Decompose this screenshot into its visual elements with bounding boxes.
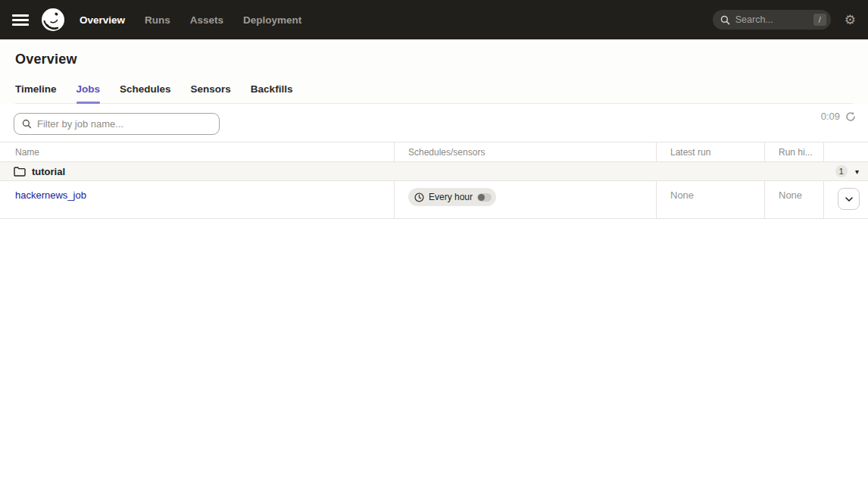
- schedule-chip-label: Every hour: [429, 192, 473, 202]
- search-icon: [720, 15, 730, 25]
- clock-icon: [414, 192, 424, 202]
- column-header-run-history: Run hi...: [764, 142, 823, 161]
- column-header-name: Name: [0, 142, 394, 161]
- column-header-actions: [823, 142, 868, 161]
- group-count-badge: 1: [835, 165, 848, 177]
- folder-icon: [14, 167, 26, 177]
- job-link-hackernews-job[interactable]: hackernews_job: [15, 189, 86, 201]
- tab-backfills[interactable]: Backfills: [251, 83, 293, 103]
- schedule-chip[interactable]: Every hour: [408, 188, 496, 206]
- tab-schedules[interactable]: Schedules: [120, 83, 171, 103]
- latest-run-value: None: [670, 188, 694, 201]
- gear-icon[interactable]: ⚙: [845, 14, 856, 27]
- refresh-countdown: 0:09: [821, 111, 840, 122]
- nav-item-deployment[interactable]: Deployment: [243, 14, 301, 26]
- row-expand-button[interactable]: [838, 188, 860, 210]
- search-placeholder: Search...: [735, 14, 813, 25]
- nav-item-overview[interactable]: Overview: [80, 14, 125, 26]
- page-header: Overview Timeline Jobs Schedules Sensors…: [0, 39, 868, 104]
- column-header-latest-run: Latest run: [656, 142, 764, 161]
- group-name: tutorial: [32, 166, 65, 177]
- group-row-tutorial[interactable]: tutorial 1 ▾: [0, 162, 868, 181]
- search-shortcut-badge: /: [813, 14, 826, 26]
- global-search-input[interactable]: Search... /: [713, 10, 831, 30]
- overview-tabs: Timeline Jobs Schedules Sensors Backfill…: [15, 83, 853, 103]
- table-row: hackernews_job Every hour None None: [0, 181, 868, 219]
- nav-item-runs[interactable]: Runs: [145, 14, 170, 26]
- chevron-down-icon: [845, 196, 854, 202]
- jobs-table: Name Schedules/sensors Latest run Run hi…: [0, 142, 868, 219]
- caret-down-icon[interactable]: ▾: [855, 167, 859, 176]
- top-navbar: Overview Runs Assets Deployment Search..…: [0, 0, 868, 39]
- primary-nav: Overview Runs Assets Deployment: [80, 14, 301, 26]
- nav-item-assets[interactable]: Assets: [190, 14, 223, 26]
- column-header-schedules: Schedules/sensors: [394, 142, 656, 161]
- job-filter-input[interactable]: Filter by job name...: [14, 113, 220, 135]
- tab-jobs[interactable]: Jobs: [76, 83, 101, 103]
- filter-placeholder: Filter by job name...: [37, 118, 123, 130]
- tab-timeline[interactable]: Timeline: [15, 83, 57, 103]
- schedule-toggle[interactable]: [477, 193, 492, 202]
- hamburger-menu-icon[interactable]: [12, 14, 29, 26]
- page-title: Overview: [15, 52, 853, 67]
- refresh-icon[interactable]: [845, 111, 856, 122]
- table-header-row: Name Schedules/sensors Latest run Run hi…: [0, 142, 868, 162]
- filter-search-icon: [22, 119, 32, 129]
- dagster-logo-icon[interactable]: [40, 7, 66, 33]
- run-history-value: None: [779, 188, 802, 201]
- tab-sensors[interactable]: Sensors: [191, 83, 231, 103]
